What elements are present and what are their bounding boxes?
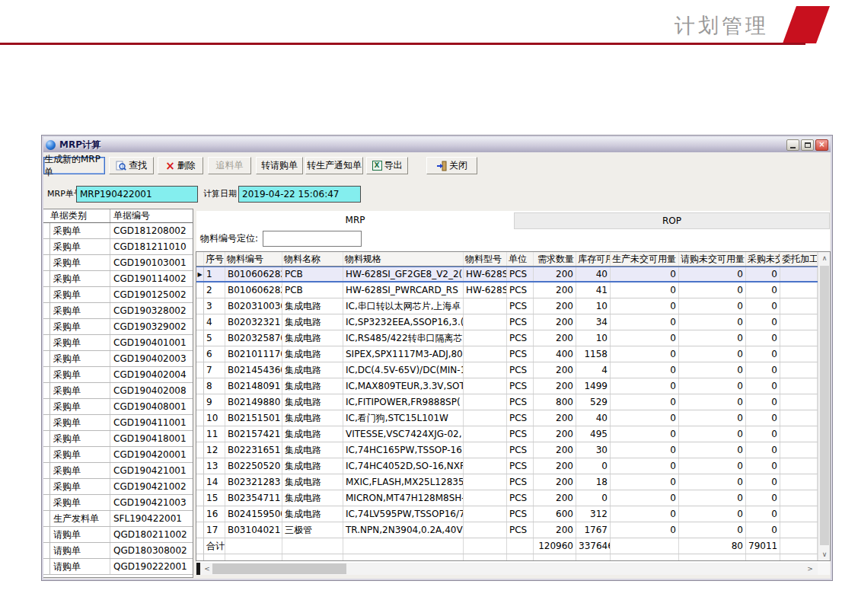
vertical-scroll-thumb[interactable] bbox=[820, 266, 829, 545]
app-sphere-icon bbox=[46, 140, 56, 150]
toolbar-button-5[interactable]: 转请购单 bbox=[256, 157, 303, 174]
close-button[interactable]: × bbox=[815, 139, 828, 151]
sidebar-row[interactable]: 请购单QGD180308002 bbox=[43, 543, 193, 559]
scroll-up-icon[interactable]: ∧ bbox=[818, 252, 830, 264]
sidebar-row[interactable]: 采购单CGD190411001 bbox=[43, 415, 193, 431]
window-titlebar: MRP计算 × bbox=[43, 137, 831, 152]
sidebar-row[interactable]: 采购单CGD190401001 bbox=[43, 335, 193, 351]
sidebar-row[interactable]: 请购单QGD180211002 bbox=[43, 527, 193, 543]
column-header-material-code[interactable]: 物料编号 bbox=[225, 252, 282, 266]
doc-no-column-header[interactable]: 单据编号 bbox=[110, 209, 193, 222]
col-index-cell: 9 bbox=[204, 394, 225, 410]
sidebar-row[interactable]: 采购单CGD181208002 bbox=[43, 223, 193, 239]
column-header-requisition-open-qty[interactable]: 请购未交可用量 bbox=[679, 252, 746, 266]
column-header-purchase-open[interactable]: 采购未交 bbox=[746, 252, 780, 266]
consign-open-cell bbox=[780, 298, 818, 314]
column-header-material-spec[interactable]: 物料规格 bbox=[343, 252, 464, 266]
toolbar-button-1[interactable]: 生成新的MRP单 bbox=[43, 157, 105, 174]
grid-row[interactable]: 10B02151501集成电路IC,看门狗,STC15L101WPCS20040… bbox=[196, 410, 830, 426]
column-header-material-name[interactable]: 物料名称 bbox=[282, 252, 343, 266]
sidebar-row[interactable]: 采购单CGD190103001 bbox=[43, 255, 193, 271]
toolbar-button-7[interactable]: X导出 bbox=[366, 157, 408, 174]
grid-row[interactable]: 4B02032321集成电路IC,SP3232EEA,SSOP16,3.(PCS… bbox=[196, 314, 830, 330]
purchase-open-cell: 0 bbox=[746, 267, 780, 281]
material-code-cell: B02354711 bbox=[225, 490, 282, 506]
material-code-cell bbox=[225, 538, 282, 554]
column-header-consign-open[interactable]: 委托加工未 bbox=[780, 252, 818, 266]
column-header-demand-qty[interactable]: 需求数量 bbox=[534, 252, 576, 266]
column-header-stock-available[interactable]: 库存可用 bbox=[576, 252, 611, 266]
grid-row[interactable]: 16B0241595000集成电路IC,74LV595PW,TSSOP16/7P… bbox=[196, 506, 830, 522]
empty-row[interactable] bbox=[196, 554, 830, 560]
stock-available-cell: 529 bbox=[576, 394, 611, 410]
row-selector bbox=[196, 554, 204, 560]
grid-row[interactable]: 3B0203100300集成电路IC,串口转以太网芯片,上海卓PCS200100… bbox=[196, 298, 830, 314]
sidebar-row[interactable]: 采购单CGD190408001 bbox=[43, 399, 193, 415]
maximize-button[interactable] bbox=[801, 139, 814, 151]
doc-type-cell: 请购单 bbox=[50, 559, 110, 574]
sidebar-row[interactable]: 采购单CGD190421002 bbox=[43, 479, 193, 495]
toolbar-button-6[interactable]: 转生产通知单 bbox=[305, 157, 363, 174]
grid-row[interactable]: 12B02231651集成电路IC,74HC165PW,TSSOP-16PCS2… bbox=[196, 442, 830, 458]
total-row[interactable]: 合计1209603376468079011 bbox=[196, 538, 830, 554]
grid-row[interactable]: 7B0214543600集成电路IC,DC(4.5V-65V)/DC(MIN-1… bbox=[196, 362, 830, 378]
horizontal-scroll-thumb[interactable] bbox=[212, 563, 346, 574]
unit-cell: PCS bbox=[507, 298, 534, 314]
grid-row[interactable]: 2B0106062823PCBHW-628SI_PWRCARD_RSHW-628… bbox=[196, 282, 830, 298]
material-model-cell bbox=[464, 426, 507, 442]
calc-date-input[interactable] bbox=[238, 186, 361, 203]
purchase-open-cell: 79011 bbox=[746, 538, 780, 554]
sidebar-row[interactable]: 采购单CGD190421003 bbox=[43, 495, 193, 511]
header-red-parallelogram bbox=[783, 6, 830, 43]
horizontal-scrollbar[interactable]: < > bbox=[196, 563, 818, 575]
unit-cell bbox=[507, 554, 534, 560]
tab-rop[interactable]: ROP bbox=[514, 212, 830, 229]
grid-row[interactable]: 8B02148091集成电路IC,MAX809TEUR,3.3V,SOT-PCS… bbox=[196, 378, 830, 394]
consign-open-cell bbox=[780, 410, 818, 426]
grid-row[interactable]: ▶1B0106062822PCBHW-628SI_GF2GE8_V2_2(HW-… bbox=[196, 267, 830, 282]
doc-type-column-header[interactable]: 单据类别 bbox=[43, 209, 110, 222]
purchase-open-cell: 0 bbox=[746, 410, 780, 426]
column-header-material-model[interactable]: 物料型号 bbox=[464, 252, 507, 266]
sidebar-row[interactable]: 采购单CGD190114002 bbox=[43, 271, 193, 287]
grid-row[interactable]: 14B02321283集成电路MXIC,FLASH,MX25L12835FPCS… bbox=[196, 474, 830, 490]
grid-row[interactable]: 13B02250520集成电路IC,74HC4052D,SO-16,NXPPCS… bbox=[196, 458, 830, 474]
sidebar-row[interactable]: 采购单CGD190421001 bbox=[43, 463, 193, 479]
column-header-production-open-qty[interactable]: 生产未交可用量 bbox=[611, 252, 679, 266]
sidebar-row[interactable]: 请购单QGD190222001 bbox=[43, 559, 193, 575]
material-locator-input[interactable] bbox=[263, 231, 362, 247]
grid-split-grip[interactable] bbox=[196, 563, 200, 575]
grid-row[interactable]: 6B0210111700集成电路SIPEX,SPX1117M3-ADJ,80PC… bbox=[196, 346, 830, 362]
grid-row[interactable]: 9B02149880集成电路IC,FITIPOWER,FR9888SP(PCS8… bbox=[196, 394, 830, 410]
toolbar-button-2[interactable]: 查找 bbox=[109, 157, 154, 174]
grid-row[interactable]: 5B0203258700集成电路IC,RS485/422转串口隔离芯PCS200… bbox=[196, 330, 830, 346]
sidebar-row[interactable]: 采购单CGD190402004 bbox=[43, 367, 193, 383]
toolbar-button-8[interactable]: 关闭 bbox=[426, 157, 477, 174]
scroll-right-icon[interactable]: > bbox=[804, 563, 816, 575]
vertical-scrollbar[interactable]: ∧ ∨ bbox=[818, 252, 830, 560]
scroll-left-icon[interactable]: < bbox=[201, 563, 213, 575]
sidebar-row[interactable]: 生产发料单SFL190422001 bbox=[43, 511, 193, 527]
mrp-no-input[interactable] bbox=[76, 186, 198, 203]
sidebar-row[interactable]: 采购单CGD190125002 bbox=[43, 287, 193, 303]
material-spec-cell: IC,MAX809TEUR,3.3V,SOT- bbox=[343, 378, 464, 394]
sidebar-row[interactable]: 采购单CGD190418001 bbox=[43, 431, 193, 447]
sidebar-row[interactable]: 采购单CGD190329002 bbox=[43, 319, 193, 335]
doc-no-cell: CGD190402008 bbox=[110, 383, 193, 398]
sidebar-row[interactable]: 采购单CGD181211010 bbox=[43, 239, 193, 255]
column-header-col-index[interactable]: 序号 bbox=[204, 252, 225, 266]
grid-row[interactable]: 11B02157421集成电路VITESSE,VSC7424XJG-02,PCS… bbox=[196, 426, 830, 442]
toolbar-button-3[interactable]: ×删除 bbox=[158, 157, 203, 174]
sidebar-row[interactable]: 采购单CGD190420001 bbox=[43, 447, 193, 463]
grid-row[interactable]: 15B02354711集成电路MICRON,MT47H128M8SH-PCS20… bbox=[196, 490, 830, 506]
material-code-cell: B02231651 bbox=[225, 442, 282, 458]
requisition-open-qty-cell bbox=[679, 554, 746, 560]
column-header-unit[interactable]: 单位 bbox=[507, 252, 534, 266]
sidebar-row[interactable]: 采购单CGD190328002 bbox=[43, 303, 193, 319]
minimize-button[interactable] bbox=[786, 139, 799, 151]
tab-mrp[interactable]: MRP bbox=[196, 211, 514, 229]
sidebar-row[interactable]: 采购单CGD190402003 bbox=[43, 351, 193, 367]
grid-row[interactable]: 17B03104021三极管TR.NPN,2N3904,0.2A,40V,PCS… bbox=[196, 522, 830, 538]
scroll-down-icon[interactable]: ∨ bbox=[818, 548, 830, 560]
sidebar-row[interactable]: 采购单CGD190402008 bbox=[43, 383, 193, 399]
